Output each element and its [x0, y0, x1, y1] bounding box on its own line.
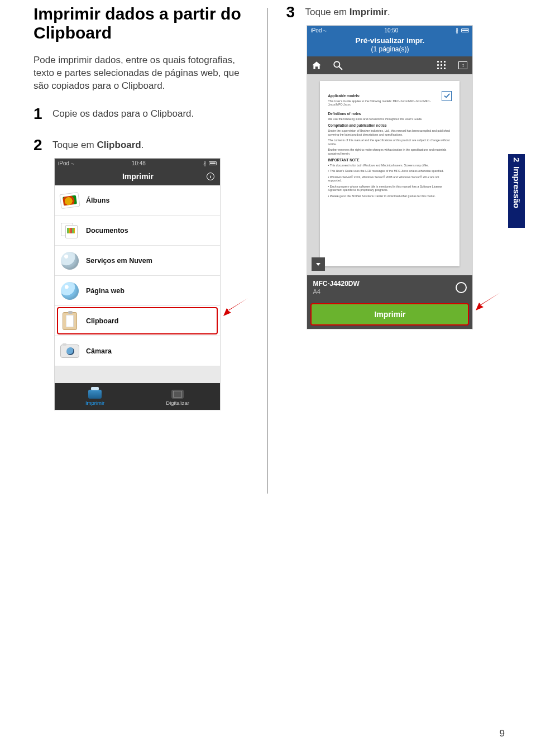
doc-important-l5: • Please go to the Brother Solutions Cen…: [328, 194, 452, 198]
print-button[interactable]: Imprimir: [310, 303, 469, 326]
menu-item-documents[interactable]: Documentos: [55, 216, 220, 246]
fit-zoom-icon[interactable]: ↕: [458, 60, 468, 70]
step-3-prefix: Toque em: [305, 7, 349, 17]
svg-marker-0: [223, 298, 248, 316]
menu-item-clipboard[interactable]: Clipboard: [55, 306, 220, 336]
grid-icon[interactable]: [437, 60, 447, 70]
page-number: 9: [500, 728, 505, 739]
status-time: 10:48: [132, 160, 146, 166]
print-button-label: Imprimir: [374, 310, 405, 319]
status-device: iPod ⏦: [58, 160, 74, 166]
chapter-tab: 2 Impressão: [508, 154, 525, 228]
status-right: ∦: [456, 27, 469, 34]
gear-icon[interactable]: [456, 282, 467, 293]
preview-header: Pré-visualizar impr. (1 página(s)): [307, 35, 472, 56]
screenshot-print-preview: iPod ⏦ 10:50 ∦ Pré-visualizar impr. (1 p…: [307, 26, 472, 329]
svg-point-1: [334, 61, 340, 67]
menu-label-documents: Documentos: [86, 227, 128, 235]
step-1-text: Copie os dados para o Clipboard.: [52, 106, 194, 119]
camera-icon: [60, 344, 79, 358]
section-title: Imprimir dados a partir do Clipboard: [34, 4, 255, 42]
column-divider: [267, 8, 268, 494]
doc-h-applicable: Applicable models:: [328, 94, 442, 98]
preview-toolbar: ↕: [307, 56, 472, 74]
cloud-icon: [61, 252, 79, 270]
chapter-tab-number: 2: [512, 157, 521, 162]
doc-applicable-line: This User's Guide applies to the followi…: [328, 99, 442, 107]
documents-icon: [61, 223, 79, 238]
status-bar: iPod ⏦ 10:48 ∦: [55, 159, 220, 168]
step-3: 3 Toque em Imprimir.: [286, 4, 502, 20]
selected-printer: MFC-J4420DW: [313, 280, 359, 288]
preview-canvas[interactable]: Applicable models: This User's Guide app…: [307, 74, 472, 275]
document-page: Applicable models: This User's Guide app…: [320, 81, 460, 266]
globe-icon: [61, 282, 79, 300]
status-device: iPod ⏦: [310, 27, 327, 34]
menu-label-albums: Álbuns: [86, 197, 109, 204]
doc-h-compilation: Compilation and publication notice: [328, 123, 452, 128]
chapter-tab-label: Impressão: [512, 166, 521, 208]
doc-compilation-l3: Brother reserves the right to make chang…: [328, 148, 452, 155]
doc-h-definitions: Definitions of notes: [328, 112, 452, 116]
preview-header-title: Pré-visualizar impr.: [356, 36, 425, 45]
clipboard-icon: [63, 312, 77, 330]
menu-item-cloud-services[interactable]: Serviços em Nuvem: [55, 246, 220, 276]
step-2: 2 Toque em Clipboard.: [34, 137, 255, 153]
menu-label-webpage: Página web: [86, 287, 125, 295]
doc-compilation-l2: The contents of this manual and the spec…: [328, 138, 452, 146]
doc-definitions-line: We use the following icons and conventio…: [328, 117, 452, 121]
svg-marker-4: [476, 293, 500, 310]
status-right: ∦: [203, 160, 217, 166]
tab-print-label: Imprimir: [85, 400, 104, 406]
menu-label-cloud: Serviços em Nuvem: [86, 257, 152, 265]
doc-important-l2: • This User's Guide uses the LCD message…: [328, 169, 452, 173]
status-bar: iPod ⏦ 10:50 ∦: [307, 26, 472, 35]
doc-important-l1: • This document is for both Windows and …: [328, 164, 452, 168]
doc-compilation-l1: Under the supervision of Brother Industr…: [328, 129, 452, 136]
step-3-suffix: .: [387, 7, 390, 17]
step-2-prefix: Toque em: [52, 140, 97, 150]
menu-label-camera: Câmara: [86, 347, 112, 355]
page-include-checkbox[interactable]: [442, 91, 452, 101]
step-2-number: 2: [34, 137, 45, 153]
status-time: 10:50: [384, 27, 398, 34]
step-3-number: 3: [286, 4, 297, 20]
header-title: Imprimir: [122, 172, 154, 181]
info-icon[interactable]: i: [207, 173, 214, 180]
callout-arrow: [476, 293, 500, 310]
collapse-thumbnail-icon[interactable]: [312, 257, 325, 271]
menu-item-camera[interactable]: Câmara: [55, 336, 220, 366]
tab-print[interactable]: Imprimir: [85, 390, 104, 406]
menu-item-albums[interactable]: Álbuns: [55, 185, 220, 216]
selected-paper-size: A4: [313, 288, 359, 295]
step-1: 1 Copie os dados para o Clipboard.: [34, 106, 255, 122]
callout-arrow: [223, 298, 248, 316]
menu-item-webpage[interactable]: Página web: [55, 276, 220, 306]
home-icon[interactable]: [312, 60, 322, 70]
tab-scan-label: Digitalizar: [166, 400, 189, 406]
scan-icon: [171, 390, 184, 399]
screenshot-imprimir-menu: iPod ⏦ 10:48 ∦ Imprimir i: [55, 159, 220, 410]
step-3-bold: Imprimir: [350, 7, 387, 17]
doc-h-important: IMPORTANT NOTE: [328, 158, 452, 162]
step-2-text: Toque em Clipboard.: [52, 137, 143, 151]
step-2-bold: Clipboard: [97, 140, 141, 150]
print-settings-bar[interactable]: MFC-J4420DW A4: [307, 275, 472, 300]
menu-label-clipboard: Clipboard: [86, 317, 118, 325]
printer-icon: [88, 390, 102, 399]
photo-icon: [59, 192, 80, 208]
bottom-tabbar: Imprimir Digitalizar: [55, 383, 220, 410]
doc-important-l4: • Each company whose software title is m…: [328, 185, 452, 192]
tab-scan[interactable]: Digitalizar: [166, 390, 189, 406]
step-1-number: 1: [34, 106, 45, 122]
step-3-text: Toque em Imprimir.: [305, 4, 390, 18]
svg-marker-3: [316, 263, 320, 266]
app-header: Imprimir i: [55, 168, 220, 185]
search-icon[interactable]: [333, 60, 343, 70]
preview-header-pagecount: (1 página(s)): [371, 45, 409, 53]
svg-line-2: [339, 66, 343, 70]
doc-important-l3: • Windows Server® 2003, Windows Server® …: [328, 175, 452, 183]
section-intro: Pode imprimir dados, entre os quais foto…: [34, 54, 255, 93]
step-2-suffix: .: [141, 140, 144, 150]
